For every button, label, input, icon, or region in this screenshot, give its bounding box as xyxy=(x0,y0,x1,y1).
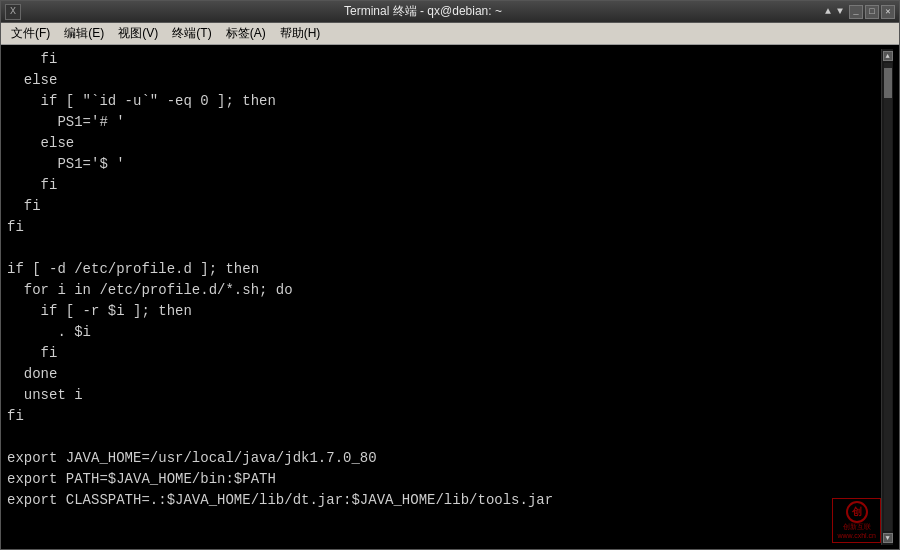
terminal-output: fi else if [ "`id -u`" -eq 0 ]; then PS1… xyxy=(7,49,881,545)
scroll-down-button[interactable]: ▼ xyxy=(883,533,893,543)
scrollbar-track[interactable] xyxy=(884,63,892,531)
close-button[interactable]: ✕ xyxy=(881,5,895,19)
scrollbar[interactable]: ▲ ▼ xyxy=(881,49,893,545)
title-bar: X Terminal 终端 - qx@debian: ~ ▲ ▼ _ □ ✕ xyxy=(1,1,899,23)
menu-help[interactable]: 帮助(H) xyxy=(274,23,327,44)
menu-edit[interactable]: 编辑(E) xyxy=(58,23,110,44)
minimize-button[interactable]: _ xyxy=(849,5,863,19)
window-title: Terminal 终端 - qx@debian: ~ xyxy=(21,3,825,20)
menu-tabs[interactable]: 标签(A) xyxy=(220,23,272,44)
menu-view[interactable]: 视图(V) xyxy=(112,23,164,44)
watermark: 创 创新互联 www.cxhl.cn xyxy=(832,498,881,543)
scrollbar-thumb[interactable] xyxy=(884,68,892,98)
watermark-line2: www.cxhl.cn xyxy=(837,532,876,540)
watermark-circle: 创 xyxy=(846,501,868,523)
menu-terminal[interactable]: 终端(T) xyxy=(166,23,217,44)
window-controls: ▲ ▼ _ □ ✕ xyxy=(825,5,895,19)
window-icon: X xyxy=(5,4,21,20)
watermark-box: 创 创新互联 www.cxhl.cn xyxy=(832,498,881,543)
down-arrow-icon: ▼ xyxy=(837,6,843,17)
maximize-button[interactable]: □ xyxy=(865,5,879,19)
watermark-line1: 创新互联 xyxy=(843,523,871,531)
up-arrow-icon: ▲ xyxy=(825,6,831,17)
scroll-up-button[interactable]: ▲ xyxy=(883,51,893,61)
menu-bar: 文件(F) 编辑(E) 视图(V) 终端(T) 标签(A) 帮助(H) xyxy=(1,23,899,45)
terminal-area[interactable]: fi else if [ "`id -u`" -eq 0 ]; then PS1… xyxy=(1,45,899,549)
terminal-window: X Terminal 终端 - qx@debian: ~ ▲ ▼ _ □ ✕ 文… xyxy=(0,0,900,550)
menu-file[interactable]: 文件(F) xyxy=(5,23,56,44)
